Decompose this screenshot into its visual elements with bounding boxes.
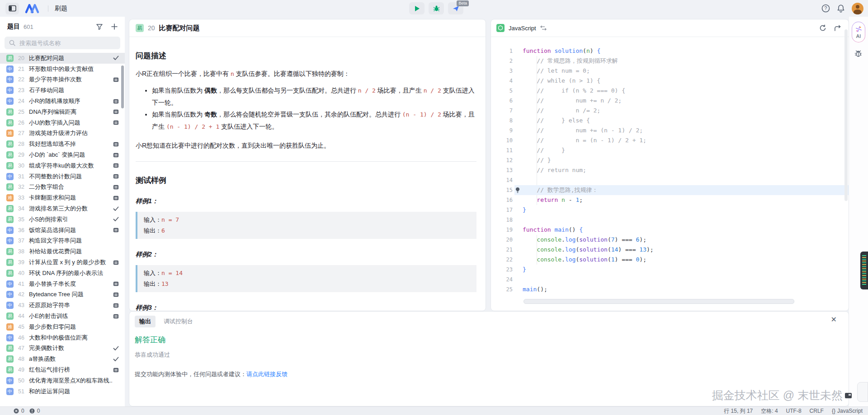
ai-assistant-button[interactable]: AI bbox=[852, 22, 865, 42]
memo-icon[interactable] bbox=[112, 281, 119, 287]
memo-icon[interactable] bbox=[112, 109, 119, 115]
problem-list-item[interactable]: 易47完美偶数计数 bbox=[0, 343, 125, 354]
editor-vertical-scrollbar[interactable] bbox=[844, 29, 848, 201]
code-line[interactable]: 21 console.log(solution(14) === 13); bbox=[491, 245, 849, 255]
memo-icon[interactable] bbox=[112, 303, 119, 308]
language-mode[interactable]: {} JavaScript bbox=[832, 408, 863, 414]
memo-icon[interactable] bbox=[112, 173, 119, 179]
code-area[interactable]: 1function solution(n) {2 // 常规思路，按规则循环求解… bbox=[491, 37, 849, 311]
problem-list-item[interactable]: 中41最小替换子串长度 bbox=[0, 279, 125, 289]
code-line[interactable]: 16 return n - 1; bbox=[491, 195, 849, 205]
problem-list-item[interactable]: 易49红包运气排行榜 bbox=[0, 364, 125, 375]
filter-icon[interactable] bbox=[96, 23, 103, 30]
problem-list-item[interactable]: 易34游戏排名第三大的分数 bbox=[0, 203, 125, 214]
problem-list-item[interactable]: 易48a替换函数 bbox=[0, 354, 125, 364]
memo-icon[interactable] bbox=[112, 260, 119, 266]
code-line[interactable]: 25main(); bbox=[491, 284, 849, 294]
memo-icon[interactable] bbox=[112, 77, 119, 83]
code-line[interactable]: 3 // let num = 0; bbox=[491, 66, 849, 76]
problem-list-item[interactable]: 难33卡牌翻面求和问题 bbox=[0, 192, 125, 203]
problem-list-item[interactable]: 易32二分数字组合 bbox=[0, 182, 125, 193]
problem-list-item[interactable]: 中50优化青海湖至景点X的租车路线... bbox=[0, 375, 125, 386]
problem-list-item[interactable]: 中37构造回文字符串问题 bbox=[0, 236, 125, 247]
logo[interactable] bbox=[24, 4, 42, 14]
memo-icon[interactable] bbox=[112, 184, 119, 190]
memo-icon[interactable] bbox=[112, 227, 119, 233]
code-line[interactable]: 9 // num += (n - 1) / 2; bbox=[491, 126, 849, 135]
close-icon[interactable]: ✕ bbox=[831, 316, 837, 323]
problem-list-item[interactable]: 中46大数和中的极值位距离 bbox=[0, 332, 125, 343]
problem-list-item[interactable]: 易39计算从位置 x 到 y 的最少步数 bbox=[0, 257, 125, 268]
problem-list-item[interactable]: 中31不同整数的计数问题 bbox=[0, 171, 125, 182]
memo-icon[interactable] bbox=[112, 120, 119, 126]
minimized-widget[interactable] bbox=[860, 252, 868, 289]
memo-icon[interactable] bbox=[112, 163, 119, 168]
language-selector[interactable]: JavaScript bbox=[509, 25, 536, 32]
problem-list-item[interactable]: 易29小D的 `abc` 变换问题 bbox=[0, 149, 125, 160]
problem-list-item[interactable]: 中51和的逆运算问题 bbox=[0, 386, 125, 397]
avatar[interactable] bbox=[852, 3, 863, 14]
problem-list-item[interactable]: 易25DNA序列编辑距离 bbox=[0, 107, 125, 117]
code-line[interactable]: 14 bbox=[491, 175, 849, 185]
problem-list-item[interactable]: 中42Bytedance Tree 问题 bbox=[0, 289, 125, 300]
lightbulb-icon[interactable] bbox=[515, 187, 520, 193]
code-line[interactable]: 20 console.log(solution(7) === 6); bbox=[491, 235, 849, 245]
compare-icon[interactable] bbox=[834, 25, 841, 32]
problem-list-item[interactable]: 中22最少字符串操作次数 bbox=[0, 75, 125, 85]
tab-debug-console[interactable]: 调试控制台 bbox=[164, 317, 193, 326]
memo-icon[interactable] bbox=[112, 313, 119, 319]
code-line[interactable]: 24 bbox=[491, 275, 849, 284]
problem-list-item[interactable]: 易26小U的数字插入问题 bbox=[0, 117, 125, 128]
code-line[interactable]: 12 // } bbox=[491, 155, 849, 165]
run-button[interactable] bbox=[409, 2, 425, 14]
plus-icon[interactable] bbox=[111, 23, 118, 30]
encoding[interactable]: UTF-8 bbox=[786, 408, 802, 414]
problem-list-item[interactable]: 易38补给站最优花费问题 bbox=[0, 246, 125, 257]
memo-icon[interactable] bbox=[112, 152, 119, 158]
editor-horizontal-scrollbar[interactable] bbox=[524, 299, 794, 304]
memo-icon[interactable] bbox=[112, 195, 119, 201]
problem-list-item[interactable]: 难27游戏英雄升级潜力评估 bbox=[0, 128, 125, 139]
problem-list-item[interactable]: 中23石子移动问题 bbox=[0, 85, 125, 96]
sidebar-scrollbar[interactable] bbox=[121, 65, 124, 108]
memo-icon[interactable] bbox=[112, 367, 119, 373]
bug-side-icon[interactable] bbox=[854, 49, 863, 58]
code-line[interactable]: 11 // } bbox=[491, 145, 849, 155]
submit-button[interactable]: Beta bbox=[448, 2, 463, 14]
indentation[interactable]: 空格: 4 bbox=[761, 407, 778, 415]
tab-output[interactable]: 输出 bbox=[135, 316, 156, 327]
problem-list-item[interactable]: 易28我好想逃却逃不掉 bbox=[0, 139, 125, 149]
problem-list-item[interactable]: 易30组成字符串ku的最大次数 bbox=[0, 160, 125, 171]
code-line[interactable]: 7 // n /= 2; bbox=[491, 106, 849, 116]
problem-list-item[interactable]: 中21环形数组中的最大贡献值 bbox=[0, 64, 125, 75]
refresh-icon[interactable] bbox=[819, 24, 826, 32]
help-icon[interactable]: ? bbox=[821, 4, 830, 13]
memo-icon[interactable] bbox=[112, 141, 119, 147]
code-line[interactable]: 5 // if (n % 2 === 0) { bbox=[491, 86, 849, 96]
code-line[interactable]: 4 // while (n > 1) { bbox=[491, 76, 849, 86]
problem-list-item[interactable]: 难45最少步数归零问题 bbox=[0, 322, 125, 332]
problem-list-item[interactable]: 中36饭馆菜品选择问题 bbox=[0, 225, 125, 236]
code-line[interactable]: 19function main() { bbox=[491, 225, 849, 235]
code-line[interactable]: 18 bbox=[491, 215, 849, 225]
bell-icon[interactable] bbox=[837, 4, 845, 13]
search-input[interactable] bbox=[19, 39, 111, 47]
swap-icon[interactable] bbox=[540, 25, 547, 31]
feedback-link[interactable]: 请点此链接反馈 bbox=[246, 371, 288, 378]
code-line[interactable]: 17} bbox=[491, 205, 849, 215]
sidebar-toggle-button[interactable] bbox=[5, 3, 19, 14]
problem-list-item[interactable]: 易20比赛配对问题 bbox=[0, 53, 125, 64]
code-line[interactable]: 15 // 数学思路,找规律： bbox=[491, 185, 849, 195]
code-line[interactable]: 8 // } else { bbox=[491, 116, 849, 126]
code-line[interactable]: 23} bbox=[491, 265, 849, 275]
floating-corner-button[interactable] bbox=[857, 382, 868, 402]
code-line[interactable]: 10 // n = (n - 1) / 2 + 1; bbox=[491, 135, 849, 145]
code-line[interactable]: 1function solution(n) { bbox=[491, 46, 849, 56]
debug-run-button[interactable] bbox=[429, 2, 444, 14]
code-line[interactable]: 13 // return num; bbox=[491, 165, 849, 175]
memo-icon[interactable] bbox=[112, 292, 119, 298]
code-line[interactable]: 22 console.log(solution(1) === 0); bbox=[491, 255, 849, 265]
problem-list-item[interactable]: 易44小E的射击训练 bbox=[0, 311, 125, 322]
cursor-position[interactable]: 行 15, 列 17 bbox=[724, 407, 753, 415]
problem-list-item[interactable]: 易35小S的倒排索引 bbox=[0, 214, 125, 225]
